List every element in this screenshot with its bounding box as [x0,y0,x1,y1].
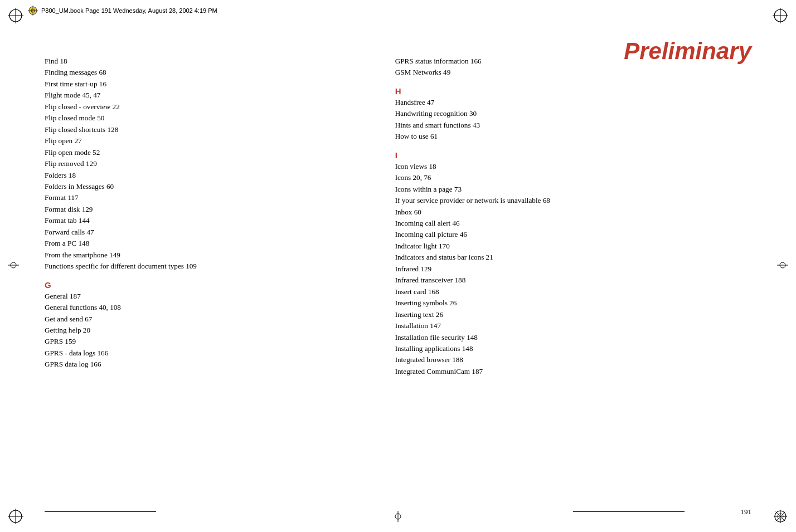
entry-flight-mode: Flight mode 45, 47 [45,90,367,101]
entry-icons-within-page: Icons within a page 73 [395,184,751,195]
entry-hints-smart: Hints and smart functions 43 [395,120,751,131]
file-info: P800_UM.book Page 191 Wednesday, August … [41,7,217,14]
section-i: I [395,150,751,160]
entry-forward-calls: Forward calls 47 [45,227,367,238]
entry-folders-messages: Folders in Messages 60 [45,181,367,192]
left-column: Find 18 Finding messages 68 First time s… [45,56,384,499]
entry-flip-closed-shortcuts: Flip closed shortcuts 128 [45,124,367,135]
bottom-line-left [45,511,156,512]
section-g: G [45,280,367,290]
entry-gprs: GPRS 159 [45,336,367,347]
entry-installation-file-security: Installation file security 148 [395,332,751,343]
entry-from-pc: From a PC 148 [45,238,367,249]
entry-getting-help: Getting help 20 [45,325,367,336]
entry-icon-views: Icon views 18 [395,161,751,172]
entry-if-service-provider: If your service provider or network is u… [395,195,751,206]
entry-get-and-send: Get and send 67 [45,314,367,325]
entry-functions-specific: Functions specific for different documen… [45,261,367,272]
section-h: H [395,86,751,96]
top-bar-left: P800_UM.book Page 191 Wednesday, August … [28,6,217,16]
entry-incoming-call-picture: Incoming call picture 46 [395,229,751,240]
entry-gprs-data-logs: GPRS - data logs 166 [45,348,367,359]
entry-folders: Folders 18 [45,170,367,181]
edge-mark-right [777,260,788,273]
entry-flip-open: Flip open 27 [45,135,367,147]
entry-installing-applications: Installing applications 148 [395,343,751,354]
entry-integrated-browser: Integrated browser 188 [395,354,751,365]
entry-how-to-use: How to use 61 [395,131,751,142]
entry-format-disk: Format disk 129 [45,204,367,215]
registration-mark-top [28,6,38,16]
entry-icons: Icons 20, 76 [395,172,751,183]
entry-infrared: Infrared 129 [395,263,751,275]
edge-mark-left [8,260,19,273]
edge-mark-bottom [392,511,404,524]
entry-flip-closed-overview: Flip closed - overview 22 [45,101,367,113]
entry-flip-removed: Flip removed 129 [45,158,367,169]
entry-general: General 187 [45,291,367,302]
entry-inbox: Inbox 60 [395,207,751,218]
top-bar: P800_UM.book Page 191 Wednesday, August … [28,6,768,16]
entry-indicators-status-bar: Indicators and status bar icons 21 [395,252,751,263]
entry-flip-open-mode: Flip open mode 52 [45,147,367,158]
entry-gprs-status: GPRS status information 166 [395,56,751,67]
corner-mark-tl [8,8,23,23]
entry-integrated-communicam: Integrated CommuniCam 187 [395,366,751,377]
page-number: 191 [741,507,752,516]
corner-mark-br [773,509,788,524]
entry-first-time: First time start-up 16 [45,79,367,90]
page: P800_UM.book Page 191 Wednesday, August … [0,0,796,532]
corner-mark-bl [8,509,23,524]
entry-format: Format 117 [45,192,367,203]
entry-finding-messages: Finding messages 68 [45,67,367,78]
entry-indicator-light: Indicator light 170 [395,241,751,252]
entry-handwriting-recognition: Handwriting recognition 30 [395,108,751,119]
entry-gsm-networks: GSM Networks 49 [395,67,751,78]
entry-incoming-call-alert: Incoming call alert 46 [395,218,751,229]
entry-general-functions: General functions 40, 108 [45,302,367,313]
entry-from-smartphone: From the smartphone 149 [45,250,367,261]
corner-mark-tr [773,8,788,23]
entry-insert-card: Insert card 168 [395,286,751,297]
entry-flip-closed-mode: Flip closed mode 50 [45,113,367,124]
entry-find: Find 18 [45,56,367,67]
bottom-line-right [573,511,685,512]
entry-handsfree: Handsfree 47 [395,97,751,108]
entry-inserting-text: Inserting text 26 [395,309,751,320]
entry-installation: Installation 147 [395,320,751,331]
entry-format-tab: Format tab 144 [45,215,367,226]
entry-gprs-data-log: GPRS data log 166 [45,359,367,370]
entry-infrared-transceiver: Infrared transceiver 188 [395,275,751,286]
entry-inserting-symbols: Inserting symbols 26 [395,297,751,309]
content-area: Find 18 Finding messages 68 First time s… [45,56,751,499]
right-column: GPRS status information 166 GSM Networks… [384,56,751,499]
